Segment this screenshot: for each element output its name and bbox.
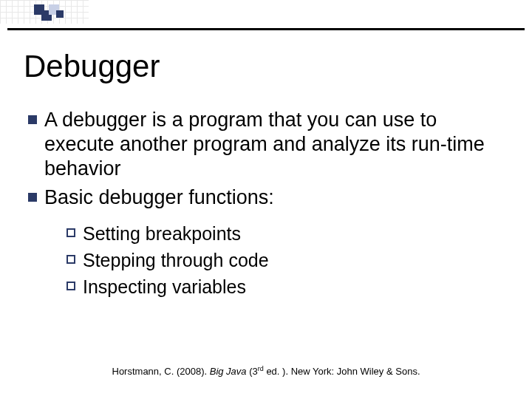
citation-edition-sup: rd	[258, 365, 264, 372]
citation: Horstmann, C. (2008). Big Java (3rd ed. …	[0, 365, 532, 377]
bullet-hollow-square-icon	[66, 228, 75, 237]
slide: Debugger A debugger is a program that yo…	[0, 0, 532, 399]
bullet-level2: Setting breakpoints	[66, 222, 501, 245]
citation-edition-rest: ed. ). New York: John Wiley & Sons.	[264, 366, 420, 377]
bullet-level1: Basic debugger functions:	[28, 185, 501, 210]
sub-bullet-group: Setting breakpoints Stepping through cod…	[66, 222, 501, 299]
bullet-level2: Stepping through code	[66, 248, 501, 272]
bullet-level2: Inspecting variables	[66, 275, 501, 299]
bullet-hollow-square-icon	[66, 282, 75, 290]
bullet-filled-square-icon	[28, 115, 37, 124]
citation-author: Horstmann, C. (2008).	[112, 366, 210, 377]
citation-edition-open: (3	[249, 366, 258, 377]
bullet-text: Setting breakpoints	[83, 222, 241, 245]
citation-title: Big Java	[210, 366, 249, 377]
bullet-level1: A debugger is a program that you can use…	[28, 108, 501, 181]
horizontal-rule	[7, 28, 525, 30]
bullet-text: A debugger is a program that you can use…	[44, 108, 501, 181]
bullet-hollow-square-icon	[66, 255, 75, 264]
bullet-text: Stepping through code	[83, 248, 269, 272]
bullet-text: Basic debugger functions:	[44, 185, 274, 210]
bullet-text: Inspecting variables	[83, 275, 246, 299]
bullet-filled-square-icon	[28, 193, 37, 202]
square-icon	[56, 10, 64, 18]
header-decoration	[0, 0, 532, 35]
slide-body: A debugger is a program that you can use…	[28, 108, 501, 301]
slide-title: Debugger	[24, 49, 160, 84]
